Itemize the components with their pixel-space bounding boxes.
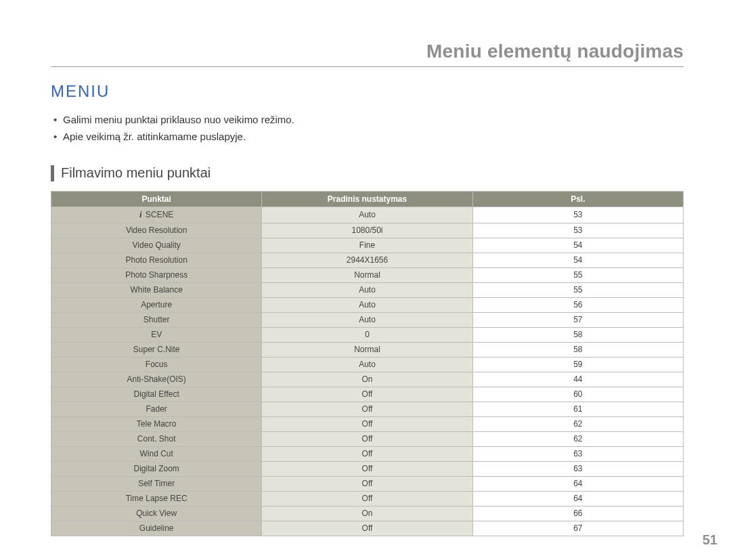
cell-default: Auto (262, 357, 472, 372)
cell-punktai: Tele Macro (51, 416, 262, 431)
cell-punktai: EV (51, 327, 262, 342)
cell-punktai: Shutter (51, 312, 262, 327)
cell-punktai: White Balance (51, 282, 262, 297)
cell-page: 55 (472, 267, 683, 282)
cell-default: Off (262, 461, 472, 476)
cell-punktai: Quick View (51, 506, 262, 521)
cell-default: 1080/50i (262, 223, 472, 238)
table-row: Video Resolution1080/50i53 (51, 223, 684, 238)
cell-page: 61 (472, 402, 683, 416)
cell-page: 54 (472, 253, 683, 267)
cell-page: 64 (472, 491, 683, 506)
intro-bullets: Galimi meniu punktai priklauso nuo veiki… (51, 112, 684, 145)
cell-default: Off (262, 491, 472, 506)
cell-punktai: Self Timer (51, 476, 262, 491)
cell-page: 56 (472, 297, 683, 312)
cell-default: Off (262, 416, 472, 431)
cell-default: Off (262, 476, 472, 491)
cell-punktai: Photo Sharpness (51, 267, 262, 282)
table-row: Photo SharpnessNormal55 (51, 267, 684, 282)
cell-default: Off (262, 402, 472, 416)
table-row: ApertureAuto56 (51, 297, 684, 312)
cell-punktai: i SCENE (51, 207, 262, 223)
cell-punktai: Wind Cut (51, 446, 262, 461)
cell-punktai: Digital Zoom (51, 461, 262, 476)
cell-default: Auto (262, 297, 472, 312)
cell-punktai: Aperture (51, 297, 262, 312)
cell-default: On (262, 372, 472, 387)
cell-default: Off (262, 431, 472, 446)
cell-punktai: Guideline (51, 521, 262, 536)
cell-punktai: Video Quality (51, 238, 262, 253)
cell-punktai: Video Resolution (51, 223, 262, 238)
cell-default: Fine (262, 238, 472, 253)
table-row: Tele MacroOff62 (51, 416, 684, 431)
cell-default: Auto (262, 282, 472, 297)
cell-punktai: Super C.Nite (51, 342, 262, 357)
cell-page: 54 (472, 238, 683, 253)
table-row: FaderOff61 (51, 402, 684, 416)
table-row: Time Lapse RECOff64 (51, 491, 684, 506)
table-row: EV058 (51, 327, 684, 342)
table-row: White BalanceAuto55 (51, 282, 684, 297)
cell-page: 66 (472, 506, 683, 521)
cell-punktai: Focus (51, 357, 262, 372)
cell-default: Normal (262, 267, 472, 282)
cell-page: 64 (472, 476, 683, 491)
table-header-psl: Psl. (472, 191, 683, 207)
subsection-title: Filmavimo meniu punktai (61, 165, 211, 181)
cell-page: 62 (472, 431, 683, 446)
cell-punktai: Anti-Shake(OIS) (51, 372, 262, 387)
table-header-punktai: Punktai (51, 191, 262, 207)
table-row: Cont. ShotOff62 (51, 431, 684, 446)
cell-page: 67 (472, 521, 683, 536)
cell-page: 53 (472, 223, 683, 238)
table-row: Digital ZoomOff63 (51, 461, 684, 476)
cell-page: 53 (472, 207, 683, 223)
table-row: Photo Resolution2944X165654 (51, 253, 684, 267)
cell-default: Off (262, 387, 472, 402)
cell-page: 62 (472, 416, 683, 431)
cell-text: SCENE (143, 210, 174, 219)
table-row: Wind CutOff63 (51, 446, 684, 461)
table-header-row: Punktai Pradinis nustatymas Psl. (51, 191, 684, 207)
table-row: i SCENEAuto53 (51, 207, 684, 223)
table-row: Digital EffectOff60 (51, 387, 684, 402)
cell-page: 63 (472, 446, 683, 461)
cell-punktai: Cont. Shot (51, 431, 262, 446)
subsection-header: Filmavimo meniu punktai (51, 165, 684, 181)
cell-default: On (262, 506, 472, 521)
cell-default: Normal (262, 342, 472, 357)
table-row: Video QualityFine54 (51, 238, 684, 253)
cell-punktai: Fader (51, 402, 262, 416)
subsection-bar-icon (51, 165, 54, 181)
cell-page: 58 (472, 327, 683, 342)
menu-table: Punktai Pradinis nustatymas Psl. i SCENE… (51, 191, 684, 536)
cell-page: 60 (472, 387, 683, 402)
cell-default: Off (262, 521, 472, 536)
cell-punktai: Photo Resolution (51, 253, 262, 267)
cell-page: 55 (472, 282, 683, 297)
cell-punktai: Time Lapse REC (51, 491, 262, 506)
table-row: Self TimerOff64 (51, 476, 684, 491)
bullet-item: Galimi meniu punktai priklauso nuo veiki… (63, 112, 684, 127)
cell-punktai: Digital Effect (51, 387, 262, 402)
bullet-item: Apie veikimą žr. atitinkamame puslapyje. (63, 129, 684, 144)
cell-page: 57 (472, 312, 683, 327)
cell-page: 63 (472, 461, 683, 476)
cell-default: 2944X1656 (262, 253, 472, 267)
chapter-title: Meniu elementų naudojimas (51, 41, 684, 67)
table-row: Quick ViewOn66 (51, 506, 684, 521)
table-row: Anti-Shake(OIS)On44 (51, 372, 684, 387)
page-number: 51 (703, 532, 717, 548)
cell-page: 44 (472, 372, 683, 387)
table-row: ShutterAuto57 (51, 312, 684, 327)
cell-default: Auto (262, 207, 472, 223)
section-title: MENIU (51, 82, 684, 101)
table-header-pradinis: Pradinis nustatymas (262, 191, 472, 207)
cell-default: Auto (262, 312, 472, 327)
table-row: GuidelineOff67 (51, 521, 684, 536)
scene-i-icon: i (139, 209, 142, 219)
cell-page: 58 (472, 342, 683, 357)
cell-page: 59 (472, 357, 683, 372)
